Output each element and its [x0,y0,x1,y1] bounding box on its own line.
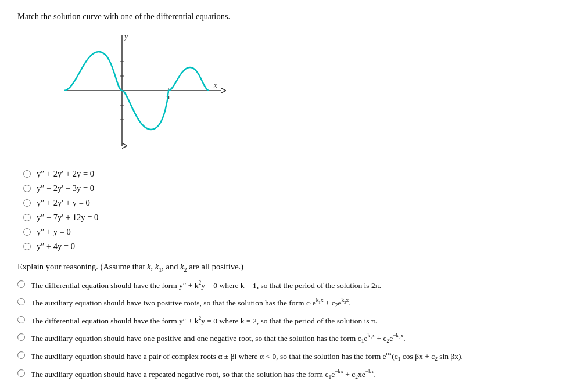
reasoning-label-6: The auxiliary equation should have a rep… [31,368,376,381]
option-radio-1[interactable] [23,170,31,178]
reasoning-radio-3[interactable] [17,316,25,323]
option-radio-2[interactable] [23,185,31,192]
reasoning-radio-2[interactable] [17,298,25,305]
reasoning-label-2: The auxiliary equation should have two p… [31,296,351,310]
option-label-1: y″ + 2y′ + 2y = 0 [37,169,94,179]
option-label-6: y″ + 4y = 0 [37,242,75,251]
x-axis-label: x [213,81,217,89]
option-radio-6[interactable] [23,243,31,250]
option-radio-5[interactable] [23,228,31,236]
option-radio-3[interactable] [23,199,31,207]
y-axis-label: y [123,32,128,41]
solution-curve-graph: π x y [52,30,227,152]
reasoning-label-5: The auxiliary equation should have a pai… [31,350,463,363]
reasoning-radio-4[interactable] [17,333,25,341]
reasoning-section: Explain your reasoning. (Assume that k, … [17,262,571,382]
reasoning-row-1: The differential equation should have th… [17,279,571,292]
option-label-4: y″ − 7y′ + 12y = 0 [37,213,98,222]
option-row-1: y″ + 2y′ + 2y = 0 [23,169,571,179]
reasoning-label-4: The auxiliary equation should have one p… [31,332,406,345]
reasoning-row-3: The differential equation should have th… [17,314,571,327]
instruction-text: Match the solution curve with one of the… [17,12,571,21]
option-row-4: y″ − 7y′ + 12y = 0 [23,213,571,222]
option-label-5: y″ + y = 0 [37,227,71,237]
reasoning-row-2: The auxiliary equation should have two p… [17,296,571,310]
reasoning-radio-1[interactable] [17,280,25,288]
reasoning-radio-6[interactable] [17,369,25,377]
graph-container: π x y [52,30,238,157]
reasoning-radio-5[interactable] [17,351,25,359]
option-row-3: y″ + 2y′ + y = 0 [23,198,571,208]
reasoning-label-1: The differential equation should have th… [31,279,381,292]
reasoning-row-4: The auxiliary equation should have one p… [17,332,571,345]
options-section: y″ + 2y′ + 2y = 0 y″ − 2y′ − 3y = 0 y″ +… [17,169,571,251]
reasoning-title: Explain your reasoning. (Assume that k, … [17,262,571,273]
option-row-2: y″ − 2y′ − 3y = 0 [23,184,571,193]
option-label-3: y″ + 2y′ + y = 0 [37,198,90,208]
reasoning-label-3: The differential equation should have th… [31,314,377,327]
reasoning-row-5: The auxiliary equation should have a pai… [17,350,571,363]
option-label-2: y″ − 2y′ − 3y = 0 [37,184,94,193]
option-row-6: y″ + 4y = 0 [23,242,571,251]
option-radio-4[interactable] [23,214,31,221]
reasoning-row-6: The auxiliary equation should have a rep… [17,368,571,381]
option-row-5: y″ + y = 0 [23,227,571,237]
